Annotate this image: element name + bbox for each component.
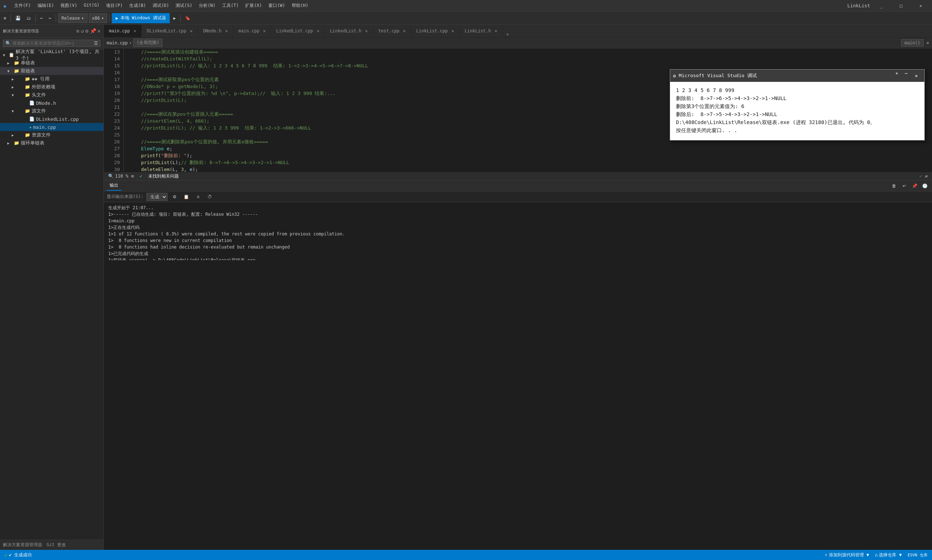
output-copy-btn[interactable]: 📋 [182,193,191,201]
build-success-label: ✔ 生成成功 [9,552,31,558]
esvn-item[interactable]: ESVN 仓库 [907,552,927,558]
close-btn[interactable]: ✕ [912,0,929,12]
zoom-indicator[interactable]: 🔍 110 % ⚙ [108,174,134,178]
platform-dropdown[interactable]: x86 ▾ [89,14,108,23]
tab-close-icon[interactable]: ✕ [134,28,136,34]
sidebar-item-doublelist[interactable]: ▼ 📁 双链表 [0,67,103,75]
menu-bar[interactable]: 文件(F) 编辑(E) 视图(V) Git(G) 项目(P) 生成(B) 调试(… [11,2,312,9]
function-selector[interactable]: main() [901,39,923,46]
debug-close-btn[interactable]: ✕ [911,71,921,81]
output-clock-btn[interactable]: 🕐 [920,182,929,190]
tab-linkedlist-h[interactable]: LinkedList.h ✕ [325,25,373,37]
toolbar-saveall[interactable]: 🗂 [25,13,33,23]
output-format-btn[interactable]: ≡ [194,193,202,201]
menu-analyze[interactable]: 分析(N) [196,2,219,9]
expand-icon[interactable]: ⊕ [927,40,929,46]
menu-debug[interactable]: 调试(D) [150,2,172,9]
output-source-select[interactable]: 生成 [147,193,168,201]
tab-close-icon[interactable]: ✕ [317,28,319,34]
tab-linklist-cpp[interactable]: LinkList.cpp ✕ [411,25,460,37]
output-wrap-btn[interactable]: ↵ [900,182,909,190]
toolbar-undo[interactable]: ↩ [38,13,45,23]
add-tab-btn[interactable]: + [503,32,512,37]
search-box[interactable]: 🔍 ☰ [3,40,100,47]
sidebar-item-refs[interactable]: ▶ 📁 ◈◈ 引用 [0,75,103,83]
sidebar-item-circularlist[interactable]: ▶ 📁 循环单链表 [0,139,103,147]
tab-linkedlist-cpp[interactable]: LinkedList.cpp ✕ [271,25,324,37]
menu-git[interactable]: Git(G) [81,2,102,9]
sidebar-item-label: DNode.h [36,100,56,106]
menu-view[interactable]: 视图(V) [57,2,80,9]
start-debug-btn[interactable]: ▶ 本地 Windows 调试器 [112,13,169,23]
sidebar-icons[interactable]: ≡ ↺ ⚙ 📌 ✕ [76,28,100,34]
play-icon: ▶ [116,15,118,21]
sidebar-item-external[interactable]: ▶ 📁 外部依赖项 [0,83,103,91]
menu-help[interactable]: 帮助(H) [289,2,312,9]
debug-console-content: 1 2 3 4 5 6 7 8 999 删除前: 8->7->6->5->4->… [670,82,924,140]
scope-selector[interactable]: (全局范围) [133,38,162,47]
toolbar-bookmark[interactable]: 🔖 [183,13,193,23]
menu-window[interactable]: 窗口(W) [265,2,288,9]
refresh-icon[interactable]: ↺ [81,28,84,34]
tab-close-icon[interactable]: ✕ [452,28,454,34]
search-options-icon[interactable]: ☰ [94,41,98,46]
tab-main-cpp[interactable]: main.cpp ✕ [104,25,142,37]
sidebar-item-dlinkedlist[interactable]: 📄 DLinkedList.cpp [0,115,103,123]
menu-file[interactable]: 文件(F) [11,2,34,9]
menu-edit[interactable]: 编辑(E) [35,2,57,9]
start-debug-label: 本地 Windows 调试器 [120,15,166,21]
tab-linklist-h[interactable]: LinkList.h ✕ [460,25,503,37]
build-success-item[interactable]: ✔ ✔ 生成成功 [5,552,32,558]
toolbar-debug-2[interactable]: ▶ [171,13,178,23]
select-repo-item[interactable]: ⌂ 选择仓库 ▼ [875,552,902,558]
output-tab[interactable]: 输出 [107,181,121,191]
tab-close-icon[interactable]: ✕ [263,28,265,34]
settings-icon[interactable]: ⚙ [85,28,88,34]
tab-close-icon[interactable]: ✕ [365,28,368,34]
tab-main2[interactable]: main.cpp ✕ [233,25,271,37]
menu-project[interactable]: 项目(P) [103,2,126,9]
toolbar-save[interactable]: 💾 [13,13,23,23]
output-filter-btn[interactable]: ⚙ [170,193,179,201]
sidebar-item-solution[interactable]: ▼ 📋 解决方案 'LinkList' (3个项目, 共 3 个) [0,51,103,59]
tab-test[interactable]: test.cpp ✕ [373,25,411,37]
add-source-control-item[interactable]: ↑ 添加到源代码管理 ▼ [825,552,869,558]
tab-close-icon[interactable]: ✕ [190,28,192,34]
output-clear-btn[interactable]: 🗑 [890,182,898,190]
close-sidebar-icon[interactable]: ✕ [97,28,100,34]
tab-close-icon[interactable]: ✕ [225,28,228,34]
sidebar: 解决方案资源管理器 ≡ ↺ ⚙ 📌 ✕ 🔍 ☰ ▼ 📋 解决方案 'LinkLi… [0,25,104,550]
pin-icon[interactable]: 📌 [90,28,96,34]
tab-dlinkedlist[interactable]: DLinkedList.cpp ✕ [142,25,198,37]
menu-test[interactable]: 测试(S) [173,2,195,9]
tab-close-icon[interactable]: ✕ [403,28,406,34]
output-pin-btn[interactable]: 📌 [910,182,919,190]
tab-bar: main.cpp ✕ DLinkedList.cpp ✕ DNode.h ✕ m… [104,25,932,37]
debug-console-expand-btn[interactable]: ⋯ [902,71,910,81]
git-changes-tab[interactable]: Git 更改 [46,542,66,548]
sidebar-item-main-cpp[interactable]: ⬥ main.cpp [0,123,103,131]
tab-dnode-h[interactable]: DNode.h ✕ [198,25,233,37]
menu-extend[interactable]: 扩展(X) [242,2,265,9]
toolbar-redo[interactable]: ↪ [46,13,53,23]
maximize-btn[interactable]: □ [893,0,909,12]
expand-icon: ▶ [7,141,12,145]
sidebar-item-resources[interactable]: ▶ 📁 资源文件 [0,131,103,139]
sidebar-item-dnode-h[interactable]: 📄 DNode.h [0,99,103,107]
toolbar-new[interactable]: ⊕ [2,13,8,23]
title-bar: ★ 文件(F) 编辑(E) 视图(V) Git(G) 项目(P) 生成(B) 调… [0,0,932,12]
error-indicator[interactable]: 未找到相关问题 [148,173,179,179]
search-input[interactable] [12,41,93,46]
menu-tools[interactable]: 工具(T) [219,2,242,9]
solution-explorer-tab[interactable]: 解决方案资源管理器 [3,542,42,548]
sidebar-item-headers[interactable]: ▼ 📁 头文件 [0,91,103,99]
debug-console-add-btn[interactable]: + [892,71,901,81]
tab-close-icon[interactable]: ✕ [495,28,497,34]
output-time-btn[interactable]: ⏱ [205,193,214,201]
collapse-icon[interactable]: ≡ [76,28,79,34]
sidebar-item-sources[interactable]: ▼ 📁 源文件 [0,107,103,115]
minimize-btn[interactable]: _ [873,0,890,12]
menu-build[interactable]: 生成(B) [127,2,149,9]
build-config-dropdown[interactable]: Release ▾ [58,14,87,23]
debug-console-controls[interactable]: + ⋯ ✕ [892,71,921,81]
